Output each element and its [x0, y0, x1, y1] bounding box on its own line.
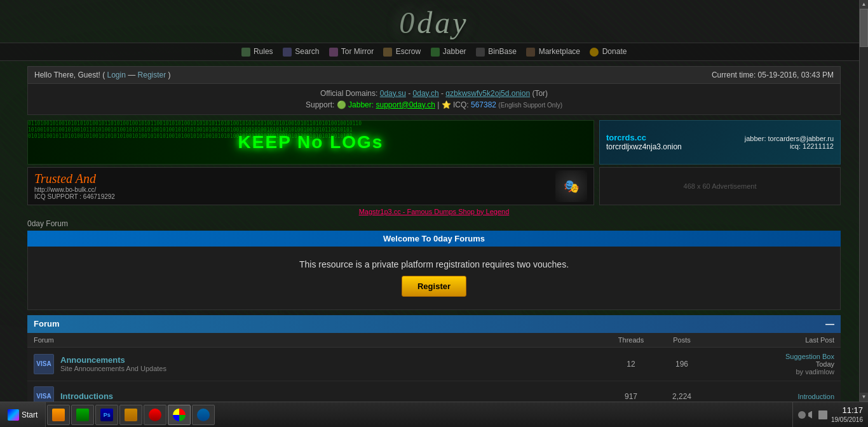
taskbar-app-photoshop[interactable]: Ps — [95, 405, 118, 425]
site-logo: 0day — [0, 0, 868, 43]
register-button[interactable]: Register — [402, 276, 466, 297]
nav-binbase[interactable]: BinBase — [476, 47, 519, 56]
nav-rules-label: Rules — [254, 47, 273, 56]
advertisement-placeholder: 468 x 60 Advertisement — [599, 167, 841, 205]
trusted-icq: ICQ SUPPORT : 646719292 — [34, 193, 555, 200]
collapse-button[interactable]: — — [825, 319, 834, 329]
taskbar-app-record[interactable] — [144, 405, 166, 425]
forum-row-threads: 917 — [606, 392, 656, 401]
main-content: Hello There, Guest! ( Login — Register )… — [21, 66, 847, 412]
scroll-down-arrow[interactable]: ▼ — [860, 393, 868, 402]
forum-row-posts: 196 — [656, 360, 707, 369]
nav-search-label: Search — [295, 47, 319, 56]
forum-table: Forum — Forum Threads Posts Last Post VI… — [27, 315, 841, 412]
globe-icon — [197, 409, 210, 421]
tor-contact: jabber: torcarders@jabber.ru icq: 122111… — [720, 132, 840, 152]
taskbar-app-globe[interactable] — [192, 405, 215, 425]
forum-row-lastpost: Introduction — [707, 393, 834, 400]
trusted-title: Trusted And — [34, 172, 555, 186]
search-icon — [283, 48, 292, 57]
escrow-icon — [383, 48, 392, 57]
forum-row-name[interactable]: Introductions — [60, 391, 606, 401]
taskbar-app-explorer[interactable] — [47, 405, 70, 425]
nav-donate[interactable]: Donate — [590, 47, 627, 56]
tor-card-content: torcrds.cc torcrdljxwz4nja3.onion jabber… — [600, 121, 840, 164]
chrome-icon — [173, 409, 186, 421]
forum-row-threads: 12 — [606, 360, 656, 369]
forum-column-headers: Forum Threads Posts Last Post — [27, 333, 841, 348]
login-link[interactable]: Login — [107, 71, 126, 79]
scroll-thumb[interactable] — [860, 9, 868, 47]
clock-date: 19/05/2016 — [831, 416, 863, 424]
nav-jabber-label: Jabber — [443, 47, 466, 56]
last-post-date: Today — [816, 360, 834, 368]
nav-search[interactable]: Search — [283, 47, 322, 56]
logo-day: day — [417, 6, 468, 39]
tor-icq: icq: 12211112 — [726, 142, 834, 150]
scrollbar[interactable]: ▲ ▼ — [859, 0, 868, 402]
domains-bar: Official Domains: 0day.su - 0day.ch - qz… — [27, 84, 841, 115]
domain3-link[interactable]: qzbkwswfv5k2oj5d.onion — [445, 89, 530, 98]
binbase-icon — [476, 48, 485, 57]
magstr-banner: Magstr1p3.cc - Famous Dumps Shop by Lege… — [27, 208, 841, 215]
nav-marketplace-label: Marketplace — [539, 47, 580, 56]
tor-icon — [329, 48, 338, 57]
tor-sites: torcrds.cc torcrdljxwz4nja3.onion — [600, 130, 720, 154]
support-line: Support: 🟢 Jabber: support@0day.ch | ⭐ I… — [33, 100, 835, 109]
nav-tor-label: Tor Mirror — [341, 47, 374, 56]
last-post-link[interactable]: Introduction — [798, 393, 834, 400]
welcome-banner: Welcome To 0day Forums — [27, 231, 841, 247]
welcome-box: This resource is a private platform regi… — [27, 247, 841, 310]
col-threads-header: Threads — [606, 336, 656, 344]
torcards-banner[interactable]: torcrds.cc torcrdljxwz4nja3.onion jabber… — [599, 120, 841, 165]
welcome-message: This resource is a private platform regi… — [41, 259, 827, 269]
col-posts-header: Posts — [656, 336, 707, 344]
forum-row-icon: VISA — [34, 354, 54, 374]
domain1-link[interactable]: 0day.su — [380, 89, 406, 98]
last-post-by: by vadimlow — [796, 368, 834, 376]
nav-jabber[interactable]: Jabber — [431, 47, 468, 56]
network-icon — [798, 411, 806, 419]
breadcrumb: 0day Forum — [27, 219, 841, 228]
forum-table-header: Forum — — [27, 315, 841, 333]
system-icons — [798, 410, 827, 419]
ad-text: 468 x 60 Advertisement — [684, 182, 757, 190]
forum-row-desc: Site Announcements And Updates — [60, 365, 606, 372]
photoshop-icon: Ps — [100, 409, 113, 421]
logo-text: 0day — [0, 5, 868, 40]
current-time: Current time: 05-19-2016, 03:43 PM — [712, 71, 834, 79]
rules-icon — [241, 48, 250, 57]
taskbar-app-chrome[interactable] — [168, 405, 191, 425]
domain2-link[interactable]: 0day.ch — [413, 89, 439, 98]
nav-tor-mirror[interactable]: Tor Mirror — [329, 47, 376, 56]
nav-escrow[interactable]: Escrow — [383, 47, 423, 56]
magstr-link[interactable]: Magstr1p3.cc - Famous Dumps Shop by Lege… — [359, 208, 510, 215]
tor-site1: torcrds.cc — [606, 133, 714, 142]
forum-table-title: Forum — [34, 319, 59, 329]
last-post-link[interactable]: Suggestion Box — [785, 353, 834, 360]
logo-zero: 0 — [399, 6, 417, 39]
taskbar: Start Ps 11:17 19/05/2 — [0, 402, 868, 427]
scroll-up-arrow[interactable]: ▲ — [860, 0, 868, 9]
start-button[interactable]: Start — [0, 402, 46, 427]
forum-row-name[interactable]: Announcements — [60, 355, 606, 365]
nav-rules[interactable]: Rules — [241, 47, 275, 56]
taskbar-app-notepad[interactable] — [71, 405, 94, 425]
taskbar-app-slides[interactable] — [119, 405, 142, 425]
clock-time: 11:17 — [831, 405, 863, 416]
icq-number: 567382 — [471, 100, 496, 109]
trusted-banner[interactable]: Trusted And http://www.bo-bulk.cc/ ICQ S… — [27, 167, 594, 205]
volume-icon — [808, 411, 816, 419]
start-label: Start — [22, 410, 37, 419]
jabber-addr[interactable]: support@0day.ch — [376, 100, 435, 109]
hello-bar: Hello There, Guest! ( Login — Register )… — [27, 66, 841, 84]
jabber-icon — [431, 48, 440, 57]
forum-row-info: Announcements Site Announcements And Upd… — [60, 355, 606, 372]
current-time-value: 05-19-2016, 03:43 PM — [758, 71, 834, 79]
table-row: VISA Announcements Site Announcements An… — [27, 348, 841, 381]
register-link[interactable]: Register — [138, 71, 166, 79]
nav-marketplace[interactable]: Marketplace — [526, 47, 582, 56]
keep-no-logs-banner: 0110100101001010101010010110101001001010… — [27, 120, 594, 165]
forum-row-info: Introductions — [60, 391, 606, 401]
nav-binbase-label: BinBase — [488, 47, 517, 56]
